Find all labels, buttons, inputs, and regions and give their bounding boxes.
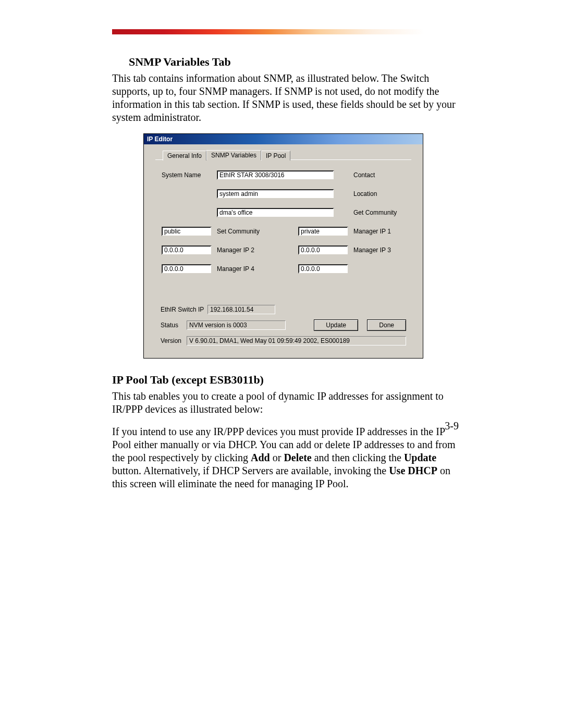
bold-update: Update <box>404 452 436 463</box>
done-button[interactable]: Done <box>367 319 406 331</box>
paragraph-ip-pool-1: This tab enables you to create a pool of… <box>112 390 459 416</box>
label-manager-ip3: Manager IP 3 <box>353 246 416 254</box>
input-location[interactable] <box>217 208 334 217</box>
paragraph-snmp-desc: This tab contains information about SNMP… <box>112 72 459 124</box>
label-version: Version <box>161 337 187 344</box>
input-get-community[interactable] <box>162 227 212 236</box>
label-switch-ip: EthIR Switch IP <box>161 306 207 313</box>
ip-editor-dialog: IP Editor General Info SNMP Variables IP… <box>143 133 423 359</box>
value-version: V 6.90.01, DMA1, Wed May 01 09:59:49 200… <box>187 336 406 346</box>
input-manager-ip2[interactable] <box>298 245 348 255</box>
label-location: Location <box>353 190 416 198</box>
value-switch-ip: 192.168.101.54 <box>207 305 275 314</box>
paragraph-ip-pool-2: If you intend to use any IR/PPP devices … <box>112 425 459 490</box>
heading-snmp-variables: SNMP Variables Tab <box>129 55 459 69</box>
label-manager-ip1: Manager IP 1 <box>353 228 416 235</box>
tab-ip-pool[interactable]: IP Pool <box>261 151 290 161</box>
input-contact[interactable] <box>217 189 334 199</box>
input-manager-ip1[interactable] <box>162 245 212 255</box>
dialog-titlebar: IP Editor <box>144 134 423 144</box>
label-set-community: Set Community <box>217 228 295 235</box>
tab-snmp-variables[interactable]: SNMP Variables <box>206 150 261 160</box>
label-get-community: Get Community <box>353 209 416 216</box>
snmp-tab-panel: System Name Contact Location Get Communi… <box>155 159 411 305</box>
tab-strip: General Info SNMP Variables IP Pool <box>163 150 415 159</box>
page-number: 3-9 <box>445 420 459 432</box>
label-manager-ip4: Manager IP 4 <box>217 265 295 273</box>
bold-delete: Delete <box>284 452 311 463</box>
input-manager-ip3[interactable] <box>162 264 212 274</box>
label-status: Status <box>161 322 187 329</box>
tab-general-info[interactable]: General Info <box>163 151 206 161</box>
label-system-name: System Name <box>162 171 214 179</box>
value-status: NVM version is 0003 <box>187 320 286 330</box>
bold-add: Add <box>251 452 270 463</box>
update-button[interactable]: Update <box>314 319 358 331</box>
heading-ip-pool: IP Pool Tab (except ESB3011b) <box>112 373 459 387</box>
text-fragment: button. Alternatively, if DHCP Servers a… <box>112 465 389 476</box>
bold-use-dhcp: Use DHCP <box>389 465 437 476</box>
label-manager-ip2: Manager IP 2 <box>217 246 295 254</box>
input-system-name[interactable] <box>217 170 334 180</box>
header-gradient-bar <box>112 29 459 34</box>
text-fragment: or <box>270 452 284 463</box>
label-contact: Contact <box>353 171 416 179</box>
text-fragment: and then clicking the <box>312 452 404 463</box>
input-set-community[interactable] <box>298 227 348 236</box>
input-manager-ip4[interactable] <box>298 264 348 274</box>
